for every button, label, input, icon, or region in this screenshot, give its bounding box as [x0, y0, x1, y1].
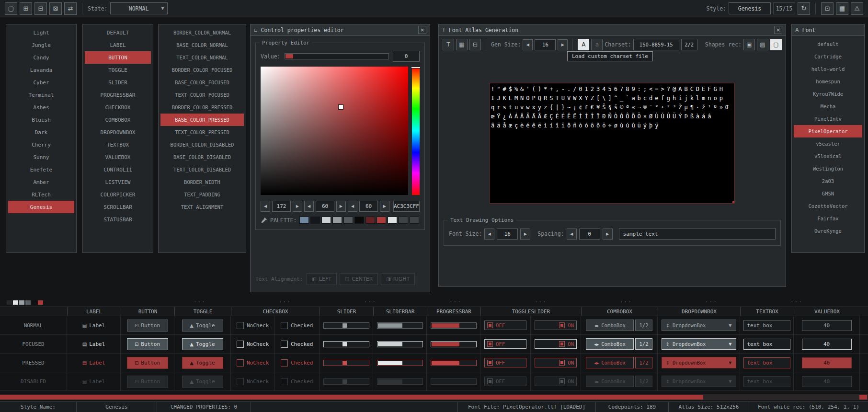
spacing-value[interactable]: 0: [579, 229, 600, 240]
property-list-item[interactable]: BORDER_COLOR_PRESSED: [160, 101, 244, 114]
checkbox-checked[interactable]: [281, 359, 288, 366]
style-list-item[interactable]: Candy: [8, 51, 74, 64]
font-list-item[interactable]: v5loxical: [794, 150, 862, 162]
combobox-preview[interactable]: ◂▸ ComboBox: [586, 338, 634, 350]
control-list-item[interactable]: TEXTBOX: [85, 138, 151, 151]
textbox-preview[interactable]: text box: [743, 339, 790, 350]
toggleslider-off-preview[interactable]: OFF: [484, 339, 526, 349]
hex-color-value[interactable]: AC3C3CFF: [393, 201, 420, 212]
button-preview[interactable]: ⊡ Button: [127, 357, 168, 369]
value-slider[interactable]: [285, 53, 389, 59]
textbox-preview[interactable]: text box: [743, 376, 790, 387]
combobox-preview[interactable]: ◂▸ ComboBox: [586, 357, 634, 368]
property-list-item[interactable]: TEXT_COLOR_PRESSED: [160, 126, 244, 138]
save-style-button[interactable]: ⊟: [34, 2, 47, 15]
control-list-item[interactable]: COMBOBOX: [85, 114, 151, 126]
gen-size-decrease-button[interactable]: ◀: [523, 39, 533, 50]
dropdownbox-preview[interactable]: ⇕ DropdownBox ▼: [662, 320, 736, 331]
style-list-item[interactable]: Jungle: [8, 39, 74, 51]
font-list-item[interactable]: PixelIntv: [794, 113, 862, 125]
controls-table-button[interactable]: ▦: [836, 2, 848, 15]
font-size-decrease-button[interactable]: ◀: [484, 229, 494, 240]
valuebox-preview[interactable]: 40: [802, 357, 852, 368]
hue-bar[interactable]: [412, 67, 420, 195]
sliderbar-preview[interactable]: [377, 378, 423, 385]
button-preview[interactable]: ⊡ Button: [127, 320, 168, 332]
red-value[interactable]: 172: [272, 201, 291, 212]
export-style-button[interactable]: ⊠: [49, 2, 62, 15]
font-list-item[interactable]: v5easter: [794, 137, 862, 150]
font-gen-button[interactable]: T: [443, 39, 454, 50]
palette-swatch[interactable]: [332, 217, 342, 224]
property-list-item[interactable]: BORDER_WIDTH: [160, 176, 244, 188]
control-list-item[interactable]: LISTVIEW: [85, 176, 151, 188]
font-list-item[interactable]: hello-world: [794, 63, 862, 75]
green-increase-button[interactable]: ▶: [336, 201, 346, 212]
property-list-item[interactable]: TEXT_COLOR_DISABLED: [160, 163, 244, 176]
checkbox-checked[interactable]: [281, 341, 288, 348]
warning-button[interactable]: ⚠: [851, 2, 863, 15]
text-align-button[interactable]: ◨ RIGHT: [381, 273, 415, 285]
green-value[interactable]: 60: [316, 201, 334, 212]
font-list-item[interactable]: homespun: [794, 75, 862, 88]
font-list-item[interactable]: default: [794, 38, 862, 50]
control-list-item[interactable]: DEFAULT: [85, 26, 151, 39]
toggle-preview[interactable]: ▲ Toggle: [182, 338, 223, 350]
style-list-item[interactable]: Bluish: [8, 114, 74, 126]
style-list-item[interactable]: Lavanda: [8, 64, 74, 76]
style-screenshot-button[interactable]: ⊡: [821, 2, 834, 15]
checkbox-unchecked[interactable]: [237, 341, 244, 348]
text-align-button[interactable]: ◧ LEFT: [307, 273, 336, 285]
red-increase-button[interactable]: ▶: [293, 201, 302, 212]
spacing-decrease-button[interactable]: ◀: [567, 229, 577, 240]
valuebox-preview[interactable]: 40: [802, 376, 852, 387]
palette-swatch[interactable]: [321, 217, 331, 224]
toggleslider-on-preview[interactable]: ON: [535, 320, 577, 330]
font-size-value[interactable]: 16: [497, 229, 518, 240]
slider-knob[interactable]: [343, 361, 347, 365]
font-list-item[interactable]: Fairfax: [794, 212, 862, 225]
dropdownbox-preview[interactable]: ⇕ DropdownBox ▼: [662, 338, 736, 350]
property-list-item[interactable]: TEXT_COLOR_FOCUSED: [160, 89, 244, 101]
combobox-counter[interactable]: 1/2: [635, 338, 652, 350]
atlas-image-button[interactable]: ⊟: [469, 39, 481, 50]
slider-preview[interactable]: [323, 322, 369, 329]
property-list-item[interactable]: TEXT_ALIGNMENT: [160, 201, 244, 213]
checkbox-checked[interactable]: [281, 378, 288, 385]
green-decrease-button[interactable]: ◀: [304, 201, 314, 212]
palette-swatch[interactable]: [365, 217, 375, 224]
valuebox-preview[interactable]: 40: [802, 320, 852, 331]
combobox-preview[interactable]: ◂▸ ComboBox: [586, 320, 634, 331]
valuebox-preview[interactable]: 40: [802, 339, 852, 350]
horizontal-scrollbar[interactable]: [0, 394, 868, 400]
control-list-item[interactable]: CHECKBOX: [85, 101, 151, 114]
style-list-item[interactable]: Genesis: [8, 201, 74, 213]
gen-size-value[interactable]: 16: [535, 39, 556, 50]
font-list-item[interactable]: CozetteVector: [794, 200, 862, 212]
style-list-item[interactable]: Cyber: [8, 76, 74, 89]
toggleslider-off-preview[interactable]: OFF: [484, 358, 526, 367]
blue-increase-button[interactable]: ▶: [380, 201, 389, 212]
default-charset-button[interactable]: a: [591, 39, 603, 50]
checkbox-checked[interactable]: [281, 322, 288, 329]
slider-preview[interactable]: [323, 341, 369, 347]
combobox-counter[interactable]: 1/2: [635, 357, 652, 368]
toggleslider-on-preview[interactable]: ON: [535, 377, 577, 386]
checkbox-unchecked[interactable]: [237, 359, 244, 366]
toggleslider-off-preview[interactable]: OFF: [484, 377, 526, 386]
gen-size-increase-button[interactable]: ▶: [558, 39, 568, 50]
property-list-item[interactable]: BASE_COLOR_DISABLED: [160, 151, 244, 163]
sliderbar-preview[interactable]: [377, 322, 423, 329]
style-list-item[interactable]: Amber: [8, 176, 74, 188]
control-list-item[interactable]: SLIDER: [85, 76, 151, 89]
textbox-preview[interactable]: text box: [743, 357, 790, 368]
style-list-item[interactable]: Dark: [8, 126, 74, 138]
dropdownbox-preview[interactable]: ⇕ DropdownBox ▼: [662, 357, 736, 368]
font-list-item[interactable]: Cartridge: [794, 50, 862, 63]
shapes-rec-pattern-button[interactable]: ▨: [757, 39, 768, 50]
control-list-item[interactable]: TOGGLE: [85, 64, 151, 76]
font-list-item[interactable]: 2a03: [794, 175, 862, 187]
style-list-item[interactable]: Ashes: [8, 101, 74, 114]
font-list-item[interactable]: PixelOperator: [794, 125, 862, 137]
toggleslider-on-preview[interactable]: ON: [535, 358, 577, 367]
